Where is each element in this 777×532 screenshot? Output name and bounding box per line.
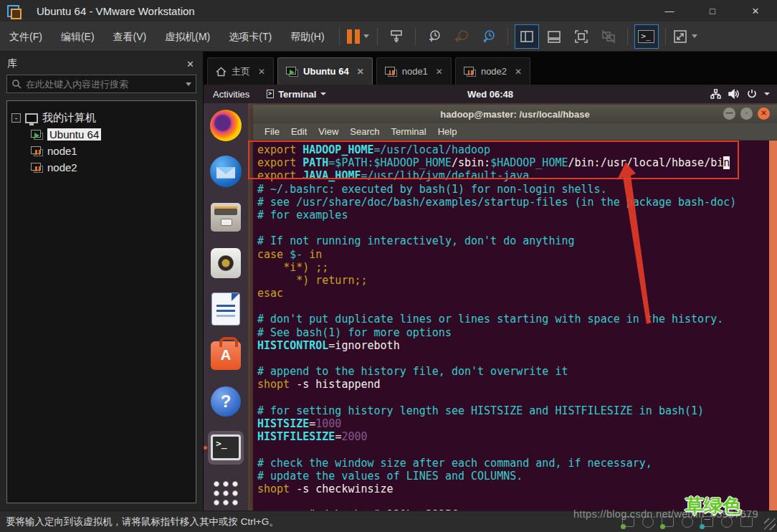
firefox-icon (210, 110, 242, 141)
menu-vm[interactable]: 虚拟机(M) (156, 22, 219, 52)
library-panel: 库 ✕ - 我的计算机 Ubuntu 64 node1 node2 (0, 52, 204, 510)
unity-mode-button[interactable] (596, 24, 621, 49)
close-button[interactable]: ✕ (734, 0, 777, 22)
menu-tabs[interactable]: 选项卡(T) (219, 22, 281, 52)
menu-file[interactable]: 文件(F) (0, 22, 52, 52)
writer-icon (212, 293, 239, 325)
tree-item-node2[interactable]: node2 (31, 159, 191, 176)
terminal-menu-file[interactable]: File (259, 126, 285, 137)
ubuntu-dock: A ? >_ (204, 103, 248, 510)
terminal-line: # check the window size after each comma… (257, 457, 767, 470)
vm-paused-icon (464, 67, 476, 77)
library-close-icon[interactable]: ✕ (186, 59, 194, 70)
tab-close-icon[interactable]: ✕ (357, 67, 364, 77)
terminal-line: HISTFILESIZE=2000 (257, 430, 767, 443)
terminal-minimize-button[interactable]: — (723, 108, 735, 120)
collapse-icon[interactable]: - (11, 113, 21, 123)
show-thumbnail-bar-button[interactable] (542, 24, 566, 49)
window-title: Ubuntu 64 - VMware Workstation (37, 5, 195, 17)
toolbar-separator (377, 28, 378, 45)
tab-close-icon[interactable]: ✕ (258, 67, 265, 77)
toolbar-separator (665, 28, 666, 45)
dock-rhythmbox[interactable] (208, 247, 244, 280)
resize-grip[interactable] (764, 518, 776, 530)
menu-help[interactable]: 帮助(H) (281, 22, 333, 52)
chevron-down-icon (692, 34, 697, 38)
send-ctrl-alt-del-button[interactable] (384, 24, 409, 49)
terminal-close-button[interactable]: ✕ (758, 108, 770, 120)
console-view-button[interactable]: >_ (634, 24, 659, 49)
terminal-maximize-button[interactable]: ▫ (740, 108, 753, 120)
terminal-menu-view[interactable]: View (313, 126, 344, 137)
fullscreen-button[interactable] (569, 24, 594, 49)
terminal-titlebar[interactable]: hadoop@master: /usr/local/hbase — ▫ ✕ (253, 105, 777, 123)
library-search-box[interactable] (6, 75, 196, 93)
revert-snapshot-button[interactable] (449, 24, 474, 49)
menu-view[interactable]: 查看(V) (104, 22, 156, 52)
tab-close-icon[interactable]: ✕ (436, 67, 443, 77)
terminal-icon: >_ (211, 434, 241, 460)
toolbar-separator (415, 28, 416, 45)
stretch-guest-button[interactable] (672, 24, 697, 49)
dock-thunderbird[interactable] (208, 154, 244, 188)
terminal-line: case $- in (257, 248, 767, 261)
minimize-button[interactable]: — (648, 0, 691, 22)
maximize-button[interactable]: □ (691, 0, 734, 22)
terminal-menu-terminal[interactable]: Terminal (386, 126, 432, 137)
terminal-title: hadoop@master: /usr/local/hbase (440, 109, 589, 120)
thunderbird-icon (210, 156, 242, 187)
snapshot-manager-icon (481, 29, 497, 44)
rhythmbox-icon (211, 248, 241, 278)
pause-vm-button[interactable] (346, 24, 371, 49)
terminal-line: export PATH=$PATH:$HADOOP_HOME/sbin:$HAD… (257, 156, 767, 169)
terminal-line: # for examples (257, 209, 767, 222)
stretch-arrows-icon (672, 29, 688, 44)
manage-snapshots-button[interactable] (477, 24, 501, 49)
terminal-line: # don't put duplicate lines or lines sta… (257, 313, 767, 326)
menu-edit[interactable]: 编辑(E) (52, 22, 104, 52)
dock-help[interactable]: ? (208, 384, 244, 418)
tab-ubuntu64[interactable]: Ubuntu 64 ✕ (277, 57, 373, 85)
terminal-menu-edit[interactable]: Edit (285, 126, 313, 137)
chevron-down-icon (363, 34, 369, 38)
tree-item-node1[interactable]: node1 (31, 143, 191, 159)
ctrl-alt-del-icon (388, 29, 404, 44)
show-library-button[interactable] (515, 24, 539, 49)
tree-root-my-computer[interactable]: - 我的计算机 (11, 110, 191, 126)
tab-home[interactable]: 主页 ✕ (207, 57, 274, 85)
tab-node1[interactable]: node1 ✕ (376, 57, 452, 85)
terminal-scrollbar[interactable] (769, 141, 777, 510)
activities-button[interactable]: Activities (213, 89, 249, 100)
terminal-line: # for setting history length see HISTSIZ… (257, 404, 767, 417)
dock-app-grid[interactable] (208, 477, 244, 510)
search-input[interactable] (26, 79, 182, 90)
clock[interactable]: Wed 06:48 (467, 89, 513, 100)
fullscreen-brackets-icon (573, 29, 589, 44)
terminal-content[interactable]: export HADOOP_HOME=/usr/local/hadoopexpo… (253, 141, 777, 510)
toolbar-separator (627, 28, 628, 45)
volume-icon[interactable] (728, 89, 740, 99)
tab-close-icon[interactable]: ✕ (515, 67, 522, 77)
terminal-menu-help[interactable]: Help (432, 126, 463, 137)
power-icon[interactable] (747, 89, 757, 99)
dock-terminal[interactable]: >_ (208, 431, 244, 465)
terminal-line (257, 300, 767, 313)
take-snapshot-button[interactable] (422, 24, 447, 49)
dock-firefox[interactable] (208, 108, 244, 142)
dock-ubuntu-software[interactable]: A (208, 338, 244, 372)
tree-item-ubuntu64[interactable]: Ubuntu 64 (31, 126, 191, 143)
terminal-menu-search[interactable]: Search (344, 126, 385, 137)
terminal-line (257, 352, 767, 365)
network-icon[interactable] (710, 89, 721, 99)
search-dropdown-icon[interactable] (186, 82, 191, 86)
thumbnail-bar-icon (546, 29, 562, 44)
chevron-down-icon[interactable] (764, 92, 770, 95)
dock-libreoffice-writer[interactable] (208, 293, 244, 326)
snapshot-clock-plus-icon (426, 29, 442, 44)
tab-node2[interactable]: node2 ✕ (455, 57, 530, 85)
app-menu[interactable]: > Terminal (267, 89, 326, 100)
dock-files[interactable] (208, 200, 244, 234)
vm-console[interactable]: Activities > Terminal Wed 06:48 A (204, 85, 777, 510)
home-icon (216, 67, 227, 77)
vmware-titlebar: Ubuntu 64 - VMware Workstation — □ ✕ (0, 0, 777, 22)
